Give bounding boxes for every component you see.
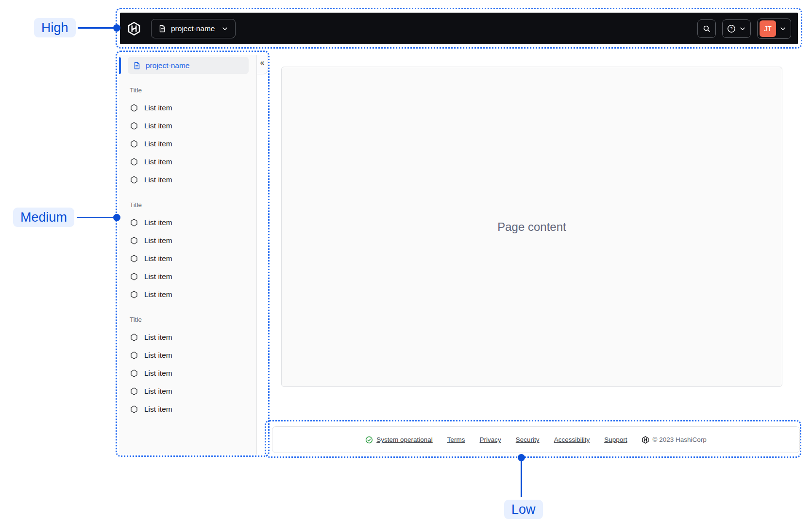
hashicorp-logo-icon[interactable] bbox=[127, 21, 141, 36]
file-text-icon bbox=[133, 62, 141, 70]
copyright-text: © 2023 HashiCorp bbox=[652, 436, 706, 443]
sidebar-item[interactable]: List item bbox=[130, 328, 250, 346]
hexagon-icon bbox=[130, 122, 138, 130]
sidebar-section: Title List item List item List item List… bbox=[130, 200, 250, 303]
sidebar-item-label: List item bbox=[144, 157, 172, 166]
sidebar-gutter: « bbox=[257, 55, 268, 454]
sidebar-item[interactable]: List item bbox=[130, 213, 250, 231]
hexagon-icon bbox=[130, 236, 138, 245]
sidebar-item[interactable]: List item bbox=[130, 231, 250, 249]
sidebar-item-label: List item bbox=[144, 175, 172, 184]
user-menu-button[interactable]: JT bbox=[757, 18, 791, 39]
footer-link[interactable]: Privacy bbox=[480, 436, 501, 443]
sidebar-sections: Title List item List item List item List… bbox=[119, 86, 256, 418]
hashicorp-logo-icon bbox=[642, 436, 649, 444]
sidebar-project-item[interactable]: project-name bbox=[128, 57, 249, 74]
hexagon-icon bbox=[130, 405, 138, 414]
svg-text:?: ? bbox=[730, 26, 732, 31]
annotation-label-low: Low bbox=[504, 500, 543, 519]
annotation-connector-low bbox=[521, 461, 522, 497]
sidebar-item-label: List item bbox=[144, 254, 172, 263]
top-navbar: project-name ? bbox=[120, 13, 798, 44]
footer: System operational TermsPrivacySecurityA… bbox=[272, 426, 800, 453]
footer-link[interactable]: Accessibility bbox=[554, 436, 590, 443]
help-icon: ? bbox=[727, 24, 736, 33]
sidebar-item-label: List item bbox=[144, 405, 172, 414]
footer-link[interactable]: Security bbox=[516, 436, 540, 443]
sidebar-item[interactable]: List item bbox=[130, 400, 250, 418]
hexagon-icon bbox=[130, 175, 138, 184]
hexagon-icon bbox=[130, 387, 138, 396]
sidebar-item[interactable]: List item bbox=[130, 117, 250, 135]
annotation-connector-high bbox=[78, 27, 117, 29]
search-icon bbox=[703, 25, 710, 33]
sidebar-item[interactable]: List item bbox=[130, 99, 250, 117]
sidebar-project-label: project-name bbox=[146, 61, 189, 70]
sidebar-section: Title List item List item List item List… bbox=[130, 86, 250, 189]
sidebar-collapse-flap: « bbox=[257, 55, 268, 74]
annotation-connector-medium bbox=[77, 217, 117, 218]
sidebar-item-label: List item bbox=[144, 369, 172, 378]
sidebar-item-label: List item bbox=[144, 218, 172, 227]
hexagon-icon bbox=[130, 157, 138, 166]
project-selector-label: project-name bbox=[171, 24, 215, 33]
sidebar-item[interactable]: List item bbox=[130, 135, 250, 153]
system-status-link[interactable]: System operational bbox=[365, 436, 433, 444]
page-canvas: project-name ? bbox=[0, 0, 812, 524]
sidebar-item[interactable]: List item bbox=[130, 267, 250, 285]
sidebar-collapse-button[interactable]: « bbox=[257, 57, 268, 69]
file-text-icon bbox=[158, 25, 166, 33]
sidebar-item-label: List item bbox=[144, 272, 172, 281]
annotation-dot-high bbox=[113, 24, 120, 32]
sidebar-item[interactable]: List item bbox=[130, 153, 250, 171]
chevron-down-icon bbox=[779, 25, 786, 32]
annotation-region-high: project-name ? bbox=[116, 8, 802, 49]
hexagon-icon bbox=[130, 290, 138, 299]
sidebar-item[interactable]: List item bbox=[130, 364, 250, 382]
search-button[interactable] bbox=[697, 19, 716, 38]
system-status-label: System operational bbox=[376, 436, 433, 443]
hexagon-icon bbox=[130, 140, 138, 148]
project-selector-button[interactable]: project-name bbox=[151, 19, 236, 38]
hexagon-icon bbox=[130, 104, 138, 112]
sidebar-item-label: List item bbox=[144, 351, 172, 360]
help-menu-button[interactable]: ? bbox=[722, 19, 751, 38]
sidebar-item-label: List item bbox=[144, 140, 172, 148]
sidebar-section-title: Title bbox=[130, 315, 250, 325]
page-content-placeholder: Page content bbox=[497, 220, 566, 234]
side-nav: project-name Title List item List item L… bbox=[119, 55, 257, 454]
sidebar-section: Title List item List item List item List… bbox=[130, 315, 250, 418]
sidebar-item-label: List item bbox=[144, 122, 172, 130]
hexagon-icon bbox=[130, 369, 138, 378]
sidebar-item-label: List item bbox=[144, 104, 172, 112]
annotation-label-high: High bbox=[34, 18, 76, 37]
annotation-dot-medium bbox=[113, 214, 120, 221]
footer-link[interactable]: Terms bbox=[447, 436, 465, 443]
annotation-dot-low bbox=[518, 454, 525, 461]
sidebar-item-label: List item bbox=[144, 236, 172, 245]
sidebar-section-title: Title bbox=[130, 200, 250, 210]
sidebar-item-label: List item bbox=[144, 290, 172, 299]
hexagon-icon bbox=[130, 333, 138, 342]
footer-copyright: © 2023 HashiCorp bbox=[642, 436, 706, 444]
active-accent-bar bbox=[119, 57, 121, 74]
annotation-label-medium: Medium bbox=[13, 208, 74, 227]
sidebar-item[interactable]: List item bbox=[130, 249, 250, 267]
sidebar-item[interactable]: List item bbox=[130, 382, 250, 400]
chevron-down-icon bbox=[739, 25, 746, 32]
sidebar-item-label: List item bbox=[144, 333, 172, 342]
sidebar-item[interactable]: List item bbox=[130, 171, 250, 189]
annotation-region-low: System operational TermsPrivacySecurityA… bbox=[265, 420, 801, 458]
annotation-region-medium: project-name Title List item List item L… bbox=[116, 51, 270, 457]
sidebar-item-label: List item bbox=[144, 387, 172, 396]
sidebar-section-title: Title bbox=[130, 86, 250, 95]
sidebar-item[interactable]: List item bbox=[130, 285, 250, 303]
check-circle-icon bbox=[365, 436, 373, 444]
footer-links: TermsPrivacySecurityAccessibilitySupport bbox=[447, 436, 627, 443]
navbar-actions: ? JT bbox=[697, 18, 791, 39]
hexagon-icon bbox=[130, 254, 138, 263]
footer-link[interactable]: Support bbox=[604, 436, 627, 443]
sidebar-item[interactable]: List item bbox=[130, 346, 250, 364]
hexagon-icon bbox=[130, 351, 138, 360]
page-content-area: Page content bbox=[281, 67, 782, 387]
